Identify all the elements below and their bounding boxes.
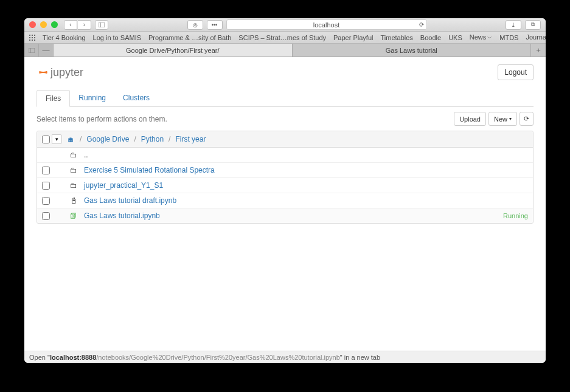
tab-dropdown-button[interactable] — [24, 44, 39, 57]
svg-rect-3 — [32, 35, 33, 36]
bookmark-item[interactable]: News﹀ — [470, 33, 493, 41]
file-row: 🗀 Exercise 5 Simulated Rotational Spectr… — [37, 163, 533, 178]
svg-rect-10 — [34, 40, 35, 41]
jupyter-logo-text: jupyter — [50, 66, 83, 79]
folder-icon: 🗀 — [69, 166, 78, 174]
tab-files[interactable]: Files — [36, 90, 70, 107]
breadcrumb-link[interactable]: First year — [175, 135, 206, 143]
select-all-checkbox[interactable] — [42, 136, 50, 143]
browser-window: ‹ › ◎ ••• localhost ⟳ ⤓ ⧉ Tier 4 Booking… — [24, 18, 546, 363]
running-status: Running — [503, 212, 528, 219]
window-controls — [29, 21, 58, 28]
selection-hint: Select items to perform actions on them. — [36, 115, 167, 123]
back-button[interactable]: ‹ — [64, 20, 77, 30]
folder-icon: 🗀 — [69, 151, 78, 159]
breadcrumb-separator: / — [134, 135, 136, 143]
svg-rect-9 — [32, 40, 33, 41]
refresh-icon: ⟳ — [524, 115, 529, 123]
address-bar[interactable]: localhost ⟳ — [226, 19, 427, 30]
svg-rect-5 — [29, 37, 30, 38]
file-row: 📗︎ Gas Laws tutorial.ipynb Running — [37, 208, 533, 223]
file-list: ▾ 🏠︎ / Google Drive / Python / First yea… — [36, 131, 534, 224]
refresh-button[interactable]: ⟳ — [520, 112, 534, 126]
upload-button[interactable]: Upload — [454, 112, 486, 126]
file-name[interactable]: jupyter_practical_Y1_S1 — [84, 181, 528, 190]
breadcrumb-separator: / — [80, 135, 82, 143]
notebook-running-icon: 📗︎ — [69, 211, 78, 220]
tab-bar: — Google Drive/Python/First year/ Gas La… — [24, 44, 546, 57]
logout-button[interactable]: Logout — [498, 64, 534, 80]
reload-icon[interactable]: ⟳ — [419, 21, 424, 28]
jupyter-nav-tabs: Files Running Clusters — [36, 90, 534, 107]
file-name[interactable]: Exercise 5 Simulated Rotational Spectra — [84, 166, 528, 174]
jupyter-toolbar: Select items to perform actions on them.… — [36, 107, 534, 131]
status-bar: Open "localhost:8888/notebooks/Google%20… — [24, 351, 546, 363]
row-checkbox[interactable] — [42, 167, 50, 174]
bookmark-item[interactable]: Timetables — [380, 34, 412, 41]
address-text: localhost — [313, 21, 339, 29]
browser-tab[interactable]: Google Drive/Python/First year/ — [54, 44, 293, 57]
file-row-parent[interactable]: 🗀 .. — [37, 148, 533, 163]
download-button[interactable]: ⤓ — [506, 20, 521, 30]
file-name[interactable]: Gas Laws tutorial draft.ipynb — [84, 196, 528, 205]
bookmark-item[interactable]: MTDS — [499, 34, 518, 41]
file-row: 🗀 jupyter_practical_Y1_S1 — [37, 178, 533, 193]
svg-rect-4 — [34, 35, 35, 36]
forward-button[interactable]: › — [78, 20, 91, 30]
new-tab-button[interactable]: + — [531, 44, 546, 57]
new-button[interactable]: New▾ — [488, 112, 517, 126]
file-name[interactable]: Gas Laws tutorial.ipynb — [84, 211, 497, 220]
svg-rect-7 — [34, 37, 35, 38]
row-checkbox[interactable] — [42, 182, 50, 190]
tab-running[interactable]: Running — [70, 90, 114, 106]
titlebar: ‹ › ◎ ••• localhost ⟳ ⤓ ⧉ — [24, 18, 546, 32]
svg-rect-6 — [32, 37, 33, 38]
reader-button[interactable]: ◎ — [187, 20, 203, 30]
browser-tab[interactable]: Gas Laws tutorial — [293, 44, 532, 57]
breadcrumb-link[interactable]: Python — [141, 135, 164, 143]
jupyter-header: jupyter Logout — [36, 62, 534, 85]
bookmarks-bar: Tier 4 Booking Log in to SAMIS Programme… — [24, 32, 546, 44]
bookmark-item[interactable]: Boodle — [420, 34, 441, 41]
share-button[interactable]: ••• — [207, 20, 223, 30]
bookmark-item[interactable]: SCIPS – Strat…mes of Study — [238, 34, 326, 41]
breadcrumb-separator: / — [169, 135, 170, 143]
file-row: 📓︎ Gas Laws tutorial draft.ipynb — [37, 193, 533, 208]
bookmark-item[interactable]: Journals﹀ — [526, 33, 546, 41]
chevron-down-icon: ▾ — [509, 116, 512, 122]
tabs-button[interactable]: ⧉ — [525, 20, 541, 30]
svg-rect-8 — [29, 40, 30, 41]
page-content: jupyter Logout Files Running Clusters Se… — [24, 57, 546, 351]
bookmark-item[interactable]: Log in to SAMIS — [93, 34, 142, 41]
select-dropdown[interactable]: ▾ — [52, 134, 62, 144]
close-window-button[interactable] — [29, 21, 36, 28]
svg-rect-11 — [29, 48, 35, 53]
row-checkbox[interactable] — [42, 197, 50, 205]
bookmarks-grid-icon[interactable] — [29, 34, 35, 41]
home-icon[interactable]: 🏠︎ — [67, 135, 75, 144]
row-checkbox[interactable] — [42, 212, 50, 220]
notebook-icon: 📓︎ — [69, 196, 78, 205]
jupyter-logo-icon — [36, 67, 47, 78]
breadcrumb-link[interactable]: Google Drive — [86, 135, 129, 143]
sidebar-toggle-button[interactable] — [95, 20, 108, 30]
bookmark-item[interactable]: Programme & …sity of Bath — [148, 34, 231, 41]
tab-clusters[interactable]: Clusters — [114, 90, 158, 106]
jupyter-logo[interactable]: jupyter — [36, 66, 83, 79]
status-text: Open "localhost:8888/notebooks/Google%20… — [29, 354, 380, 361]
folder-icon: 🗀 — [69, 181, 78, 190]
nav-buttons: ‹ › — [64, 20, 91, 30]
file-name: .. — [84, 151, 528, 159]
bookmark-item[interactable]: Tier 4 Booking — [43, 34, 86, 41]
bookmark-item[interactable]: UKS — [448, 34, 462, 41]
tab-collapse-button[interactable]: — — [39, 44, 54, 57]
svg-rect-0 — [99, 22, 105, 27]
bookmark-item[interactable]: Paper Playful — [333, 34, 373, 41]
minimize-window-button[interactable] — [40, 21, 47, 28]
breadcrumb-row: ▾ 🏠︎ / Google Drive / Python / First yea… — [37, 131, 533, 148]
maximize-window-button[interactable] — [51, 21, 58, 28]
svg-rect-2 — [29, 35, 30, 36]
